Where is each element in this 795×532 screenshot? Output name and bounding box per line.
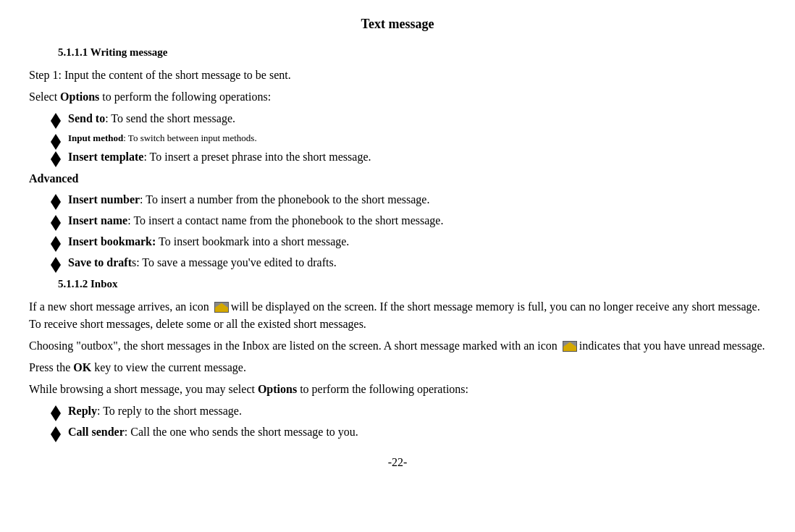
list-item: Input method: To switch between input me… xyxy=(51,131,766,145)
list-item: Call sender: Call the one who sends the … xyxy=(51,423,766,441)
save-to-drafts-label: Save to draft xyxy=(68,256,132,269)
call-sender-label: Call sender xyxy=(68,426,125,438)
inbox-para1: If a new short message arrives, an icon … xyxy=(29,298,766,333)
list-item-text: Send to: To send the short message. xyxy=(68,110,235,127)
insert-template-label: Insert template xyxy=(68,151,143,163)
options-label-2: Options xyxy=(258,383,297,395)
bullet-icon xyxy=(51,134,61,142)
insert-bookmark-label: Insert bookmark: xyxy=(68,235,156,248)
inbox-bullet-list: Reply: To reply to the short message. Ca… xyxy=(51,402,766,441)
bullet-icon xyxy=(51,151,61,159)
bullet-icon xyxy=(51,257,61,265)
bullet-icon xyxy=(51,113,61,121)
section-512-heading: 5.1.1.2 Inbox xyxy=(58,276,766,292)
list-item-text: Save to drafts: To save a message you've… xyxy=(68,254,337,271)
insert-name-label: Insert name xyxy=(68,214,127,227)
list-item: Insert number: To insert a number from t… xyxy=(51,191,766,208)
bullet-icon xyxy=(51,215,61,223)
input-method-label: Input method xyxy=(68,132,123,143)
options-bullet-list: Send to: To send the short message. Inpu… xyxy=(51,110,766,166)
list-item-text: Insert name: To insert a contact name fr… xyxy=(68,212,443,229)
select-options-text: Select Options to perform the following … xyxy=(29,88,766,106)
envelope-icon-2 xyxy=(563,341,577,352)
list-item: Insert bookmark: To insert bookmark into… xyxy=(51,233,766,250)
list-item: Save to drafts: To save a message you've… xyxy=(51,254,766,271)
inbox-para2: Choosing "outbox", the short messages in… xyxy=(29,337,766,355)
list-item: Insert template: To insert a preset phra… xyxy=(51,148,766,166)
list-item-text: Insert template: To insert a preset phra… xyxy=(68,148,371,166)
inbox-para4: While browsing a short message, you may … xyxy=(29,381,766,398)
list-item: Reply: To reply to the short message. xyxy=(51,402,766,420)
list-item-text: Insert number: To insert a number from t… xyxy=(68,191,429,208)
options-bold-label: Options xyxy=(60,90,99,103)
page-number: -22- xyxy=(29,454,766,471)
section-511-heading: 5.1.1.1 Writing message xyxy=(58,44,766,61)
list-item-text: Reply: To reply to the short message. xyxy=(68,402,242,420)
step1-text: Step 1: Input the content of the short m… xyxy=(29,67,766,84)
list-item: Insert name: To insert a contact name fr… xyxy=(51,212,766,229)
bullet-icon xyxy=(51,194,61,202)
insert-number-label: Insert number xyxy=(68,193,140,206)
bullet-icon xyxy=(51,236,61,244)
bullet-icon xyxy=(51,426,61,434)
envelope-icon-1 xyxy=(214,302,229,313)
advanced-label: Advanced xyxy=(29,170,766,187)
send-to-label: Send to xyxy=(68,112,105,124)
list-item-text: Insert bookmark: To insert bookmark into… xyxy=(68,233,349,250)
list-item-text: Input method: To switch between input me… xyxy=(68,131,257,145)
list-item-text: Call sender: Call the one who sends the … xyxy=(68,423,358,441)
page-title: Text message xyxy=(29,14,766,34)
advanced-bullet-list: Insert number: To insert a number from t… xyxy=(51,191,766,271)
ok-label: OK xyxy=(73,361,91,373)
inbox-para3: Press the OK key to view the current mes… xyxy=(29,359,766,376)
bullet-icon xyxy=(51,405,61,413)
reply-label: Reply xyxy=(68,405,97,417)
list-item: Send to: To send the short message. xyxy=(51,110,766,127)
